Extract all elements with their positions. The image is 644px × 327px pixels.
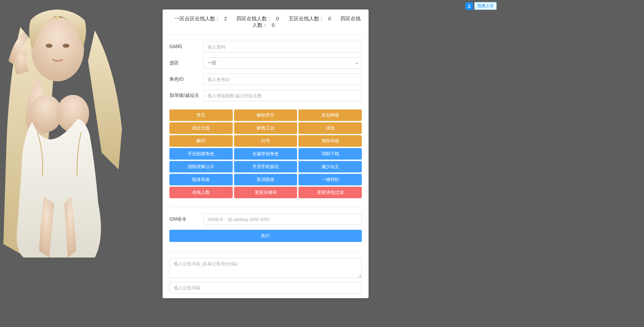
action-button-grid: 禁言 解除禁言 策划神器 跳过主线 解散工会 清包 解封 封号 增加等级 开启创… [163, 109, 369, 204]
announcement-interval-input[interactable] [169, 282, 362, 293]
svg-point-2 [63, 44, 69, 48]
cancel-stealth-button[interactable]: 取消隐身 [234, 174, 297, 185]
upload-widget: 拖拽上传 [465, 2, 497, 10]
level-input[interactable] [203, 90, 362, 101]
stealth-speed-button[interactable]: 隐身加速 [169, 174, 233, 185]
ban-button[interactable]: 封号 [234, 135, 297, 147]
svg-point-5 [56, 16, 59, 19]
disable-create-role-button[interactable]: 全服禁创角色 [234, 148, 297, 160]
enable-create-role-button[interactable]: 开启创建角色 [169, 148, 233, 160]
add-level-button[interactable]: 增加等级 [298, 135, 362, 147]
online-stats-header: 一区合区在线人数：2 四区在线人数：0 五区在线人数：0 四区在线人数：0 [163, 9, 369, 35]
design-artifact-button[interactable]: 策划神器 [298, 109, 362, 121]
gm-command-label: GM命令 [169, 216, 203, 222]
role-id-input[interactable] [203, 74, 362, 85]
divider [169, 207, 362, 207]
update-keywords-button[interactable]: 更新关键词 [234, 187, 297, 198]
mute-button[interactable]: 禁言 [169, 109, 233, 121]
execute-button[interactable]: 执行 [169, 230, 362, 242]
drag-upload-button[interactable]: 拖拽上传 [474, 2, 497, 10]
zone-select[interactable] [203, 57, 362, 69]
zone4a-stat: 四区在线人数：0 [234, 16, 281, 21]
divider-2 [169, 251, 362, 252]
gm-code-input[interactable] [203, 41, 362, 53]
character-illustration [0, 0, 142, 261]
announcement-section [163, 258, 369, 298]
gm-command-input[interactable] [203, 213, 362, 225]
gm-command-section: GM命令 执行 [163, 213, 369, 248]
force-offline-button[interactable]: 强制下线 [298, 148, 362, 160]
clear-bag-button[interactable]: 清包 [298, 122, 362, 134]
gm-code-label: GM码 [169, 44, 203, 50]
level-label: 加等级/减仙玉 [169, 93, 203, 99]
skip-main-button[interactable]: 跳过主线 [169, 122, 233, 134]
input-form: GM码 选区 ▾ 角色ID 加等级/减仙玉 [163, 35, 369, 109]
online-count-button[interactable]: 在线人数 [169, 187, 233, 198]
disband-guild-button[interactable]: 解散工会 [234, 122, 297, 134]
zone1-stat: 一区合区在线人数：2 [172, 16, 229, 21]
unmute-button[interactable]: 解除禁言 [234, 109, 297, 121]
clear-stall-notice-button[interactable]: 清除摆摊公示 [169, 161, 233, 172]
update-clearbag-filter-button[interactable]: 更新清包过滤 [298, 187, 362, 198]
zone-select-label: 选区 [169, 60, 203, 66]
unban-button[interactable]: 解封 [169, 135, 233, 147]
one-click-class-change-button[interactable]: 一键转职 [298, 174, 362, 185]
zone5-stat: 五区在线人数：0 [287, 16, 333, 21]
reduce-jade-button[interactable]: 减少仙玉 [298, 161, 362, 172]
gm-admin-panel: 一区合区在线人数：2 四区在线人数：0 五区在线人数：0 四区在线人数：0 GM… [163, 9, 369, 298]
cloud-upload-icon [465, 2, 473, 10]
announcement-content-input[interactable] [169, 258, 362, 278]
enable-phone-verify-button[interactable]: 开启手机验证 [234, 161, 297, 172]
svg-point-1 [46, 44, 53, 48]
role-id-label: 角色ID [169, 76, 203, 82]
